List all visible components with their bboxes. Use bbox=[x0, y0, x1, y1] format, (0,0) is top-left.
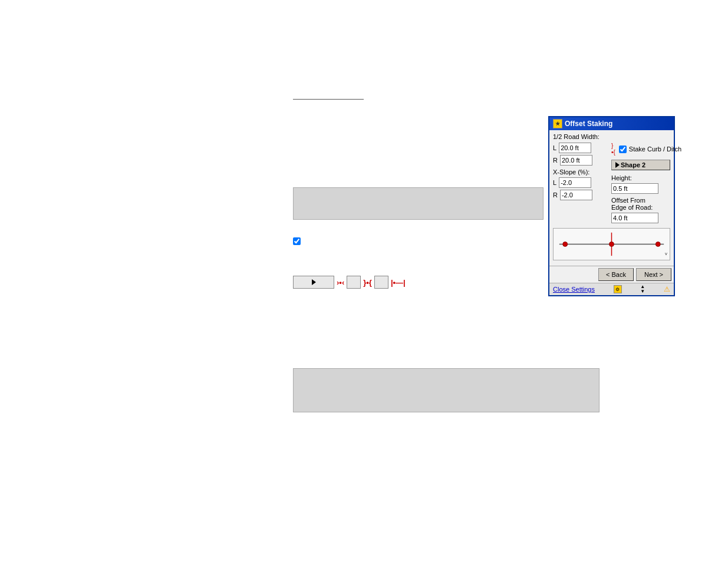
l-width-row: L bbox=[553, 143, 608, 153]
r-width-row: R bbox=[553, 155, 608, 166]
toolbar-btn-3[interactable] bbox=[374, 276, 388, 289]
height-row: Height: bbox=[611, 174, 670, 181]
shape-2-button[interactable]: Shape 2 bbox=[611, 160, 670, 170]
shape-btn-label: Shape 2 bbox=[621, 161, 645, 168]
l-slope-row: L bbox=[553, 177, 608, 188]
panel-title-bar: ★ Offset Staking bbox=[549, 117, 674, 130]
r-label: R bbox=[553, 157, 558, 164]
scroll-down-arrow[interactable]: ▼ bbox=[640, 289, 645, 294]
checkbox-area[interactable] bbox=[293, 237, 301, 245]
edge-of-road-label: Edge of Road: bbox=[611, 204, 670, 211]
l-slope-input[interactable] bbox=[559, 177, 591, 188]
gray-bar-2 bbox=[293, 368, 599, 412]
half-road-width-label: 1/2 Road Width: bbox=[553, 133, 599, 140]
toolbar-sep-3: |•—| bbox=[391, 278, 406, 287]
play-icon bbox=[312, 279, 316, 285]
xslope-label: X-Slope (%): bbox=[553, 168, 589, 176]
top-line bbox=[293, 99, 364, 100]
l-slope-label: L bbox=[553, 179, 556, 186]
connector-icon: }•{ bbox=[611, 143, 615, 156]
xslope-label-row: X-Slope (%): bbox=[553, 168, 608, 176]
toolbar-sep-2: }•{ bbox=[363, 278, 372, 287]
nav-buttons: < Back Next > bbox=[549, 266, 674, 283]
svg-text:v: v bbox=[665, 251, 667, 256]
offset-from-label: Offset From bbox=[611, 197, 670, 204]
height-label: Height: bbox=[611, 174, 632, 181]
offset-input[interactable] bbox=[611, 213, 658, 223]
panel-title-text: Offset Staking bbox=[565, 120, 612, 128]
next-button[interactable]: Next > bbox=[636, 268, 671, 281]
height-input[interactable] bbox=[611, 183, 658, 194]
road-diagram: v bbox=[553, 228, 670, 260]
offset-label-block: Offset From Edge of Road: bbox=[611, 197, 670, 211]
toolbar-btn-play[interactable] bbox=[293, 276, 334, 289]
svg-point-3 bbox=[564, 243, 566, 246]
l-label: L bbox=[553, 144, 556, 151]
main-checkbox[interactable] bbox=[293, 237, 301, 245]
svg-point-5 bbox=[657, 243, 659, 246]
toolbar-row: ›•‹ }•{ |•—| bbox=[293, 276, 406, 289]
settings-icon[interactable]: ⚙ bbox=[614, 285, 622, 293]
panel-title-icon: ★ bbox=[553, 119, 562, 128]
toolbar-sep-1: ›•‹ bbox=[337, 278, 344, 287]
half-road-width-row: 1/2 Road Width: bbox=[553, 133, 670, 140]
l-width-input[interactable] bbox=[559, 143, 591, 153]
shape-triangle-icon bbox=[615, 162, 620, 168]
scroll-arrows[interactable]: ▲ ▼ bbox=[640, 285, 645, 294]
back-button[interactable]: < Back bbox=[598, 268, 634, 281]
close-settings-link[interactable]: Close Settings bbox=[553, 286, 595, 293]
stake-curb-checkbox[interactable] bbox=[619, 146, 627, 153]
r-width-input[interactable] bbox=[560, 155, 592, 166]
warning-icon: ⚠ bbox=[664, 285, 670, 293]
close-settings-row: Close Settings ⚙ ▲ ▼ ⚠ bbox=[549, 283, 674, 295]
stake-curb-row: }•{ Stake Curb / Ditch bbox=[611, 143, 670, 156]
svg-point-6 bbox=[610, 242, 614, 247]
panel-body: 1/2 Road Width: L R X-Slope (%): L bbox=[549, 130, 674, 266]
toolbar-btn-2[interactable] bbox=[347, 276, 361, 289]
r-slope-row: R bbox=[553, 190, 608, 200]
r-slope-input[interactable] bbox=[560, 190, 592, 200]
r-slope-label: R bbox=[553, 191, 558, 199]
gray-bar-1 bbox=[293, 187, 543, 220]
offset-staking-panel: ★ Offset Staking 1/2 Road Width: L R X-S bbox=[548, 116, 675, 296]
stake-curb-label: Stake Curb / Ditch bbox=[629, 146, 681, 153]
